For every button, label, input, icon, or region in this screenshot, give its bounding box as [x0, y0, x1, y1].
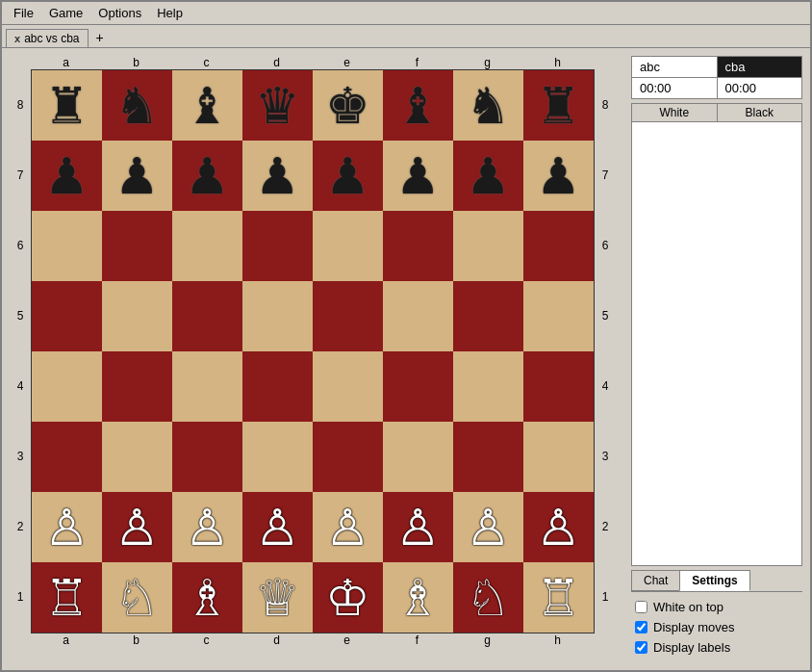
cell-e3[interactable] — [313, 422, 383, 492]
cell-c1[interactable]: ♗ — [172, 562, 242, 633]
cell-a1[interactable]: ♖ — [32, 562, 102, 633]
cell-a4[interactable] — [32, 351, 102, 422]
cell-b3[interactable] — [102, 422, 172, 492]
main-area: abcdefgh 87654321 ♜♞♝♛♚♝♞♜♟♟♟♟♟♟♟♟♙♙♙♙♙♙… — [2, 48, 810, 670]
col-label-h: h — [522, 56, 593, 69]
cell-g3[interactable] — [453, 422, 523, 492]
cell-h5[interactable] — [523, 281, 594, 351]
cell-h4[interactable] — [523, 351, 594, 422]
white-player-name: abc — [632, 57, 718, 78]
cell-c8[interactable]: ♝ — [172, 70, 242, 141]
cell-g8[interactable]: ♞ — [453, 70, 523, 141]
col-label-f: f — [382, 633, 452, 647]
cell-f8[interactable]: ♝ — [383, 70, 453, 141]
cell-f2[interactable]: ♙ — [383, 492, 453, 562]
col-labels-bottom: abcdefgh — [31, 633, 616, 647]
cell-e4[interactable] — [313, 351, 383, 422]
col-label-a: a — [31, 56, 101, 69]
cell-f4[interactable] — [383, 351, 453, 422]
cell-h1[interactable]: ♖ — [523, 562, 594, 633]
cell-d6[interactable] — [242, 211, 313, 281]
cell-h8[interactable]: ♜ — [523, 70, 594, 141]
cell-b1[interactable]: ♘ — [102, 562, 172, 633]
menu-help[interactable]: Help — [149, 4, 190, 22]
cell-e5[interactable] — [313, 281, 383, 351]
moves-list[interactable] — [631, 122, 802, 566]
cell-c2[interactable]: ♙ — [172, 492, 242, 562]
cell-f3[interactable] — [383, 422, 453, 492]
row-label-1: 1 — [595, 561, 616, 632]
side-panel: abc cba 00:00 00:00 White Black Chat Set… — [623, 48, 810, 670]
cell-h3[interactable] — [523, 422, 594, 492]
cell-c5[interactable] — [172, 281, 242, 351]
cell-g6[interactable] — [453, 211, 523, 281]
cell-a5[interactable] — [32, 281, 102, 351]
player-table: abc cba 00:00 00:00 — [631, 56, 802, 99]
cell-d5[interactable] — [242, 281, 313, 351]
chat-tab[interactable]: Chat — [631, 570, 680, 591]
row-label-2: 2 — [595, 491, 616, 561]
cell-a6[interactable] — [32, 211, 102, 281]
cell-b7[interactable]: ♟ — [102, 141, 172, 211]
board-area: abcdefgh 87654321 ♜♞♝♛♚♝♞♜♟♟♟♟♟♟♟♟♙♙♙♙♙♙… — [2, 48, 623, 670]
display-labels-checkbox[interactable] — [635, 641, 647, 654]
cell-a2[interactable]: ♙ — [32, 492, 102, 562]
cell-h6[interactable] — [523, 211, 594, 281]
board-rows: 87654321 ♜♞♝♛♚♝♞♜♟♟♟♟♟♟♟♟♙♙♙♙♙♙♙♙♖♘♗♕♔♗♘… — [10, 69, 616, 633]
cell-h2[interactable]: ♙ — [523, 492, 594, 562]
cell-e7[interactable]: ♟ — [313, 141, 383, 211]
cell-f7[interactable]: ♟ — [383, 141, 453, 211]
cell-d7[interactable]: ♟ — [242, 141, 313, 211]
cell-g4[interactable] — [453, 351, 523, 422]
menu-options[interactable]: Options — [90, 4, 149, 22]
cell-a3[interactable] — [32, 422, 102, 492]
cell-c7[interactable]: ♟ — [172, 141, 242, 211]
tab-close-icon[interactable]: x — [14, 33, 20, 44]
cell-e2[interactable]: ♙ — [313, 492, 383, 562]
menu-game[interactable]: Game — [41, 4, 90, 22]
cell-c4[interactable] — [172, 351, 242, 422]
cell-a8[interactable]: ♜ — [32, 70, 102, 141]
cell-g1[interactable]: ♘ — [453, 562, 523, 633]
cell-f5[interactable] — [383, 281, 453, 351]
white-on-top-checkbox[interactable] — [635, 601, 647, 613]
cell-d3[interactable] — [242, 422, 313, 492]
cell-d2[interactable]: ♙ — [242, 492, 313, 562]
cell-h7[interactable]: ♟ — [523, 141, 594, 211]
game-tab[interactable]: x abc vs cba — [6, 29, 89, 47]
menu-bar: File Game Options Help — [2, 2, 810, 25]
display-moves-checkbox[interactable] — [635, 621, 647, 633]
moves-header: White Black — [631, 103, 802, 122]
cell-f1[interactable]: ♗ — [383, 562, 453, 633]
col-label-e: e — [312, 633, 382, 647]
cell-d4[interactable] — [242, 351, 313, 422]
cell-c3[interactable] — [172, 422, 242, 492]
cell-a7[interactable]: ♟ — [32, 141, 102, 211]
chess-board[interactable]: ♜♞♝♛♚♝♞♜♟♟♟♟♟♟♟♟♙♙♙♙♙♙♙♙♖♘♗♕♔♗♘♖ — [31, 69, 595, 633]
cell-d1[interactable]: ♕ — [242, 562, 313, 633]
tab-add-button[interactable]: + — [90, 28, 110, 47]
moves-black-header: Black — [718, 104, 802, 121]
cell-f6[interactable] — [383, 211, 453, 281]
tab-bar: x abc vs cba + — [2, 25, 810, 48]
cell-b4[interactable] — [102, 351, 172, 422]
white-time: 00:00 — [632, 78, 718, 99]
cell-b2[interactable]: ♙ — [102, 492, 172, 562]
col-label-c: c — [171, 633, 241, 647]
cell-e6[interactable] — [313, 211, 383, 281]
cell-g5[interactable] — [453, 281, 523, 351]
cell-e1[interactable]: ♔ — [313, 562, 383, 633]
row-label-7: 7 — [10, 140, 31, 210]
menu-file[interactable]: File — [6, 4, 41, 22]
row-label-8: 8 — [595, 69, 616, 140]
cell-g7[interactable]: ♟ — [453, 141, 523, 211]
tab-label: abc vs cba — [24, 32, 79, 45]
settings-tab[interactable]: Settings — [679, 570, 749, 591]
cell-c6[interactable] — [172, 211, 242, 281]
cell-b5[interactable] — [102, 281, 172, 351]
cell-g2[interactable]: ♙ — [453, 492, 523, 562]
cell-b8[interactable]: ♞ — [102, 70, 172, 141]
cell-d8[interactable]: ♛ — [242, 70, 313, 141]
cell-e8[interactable]: ♚ — [313, 70, 383, 141]
cell-b6[interactable] — [102, 211, 172, 281]
